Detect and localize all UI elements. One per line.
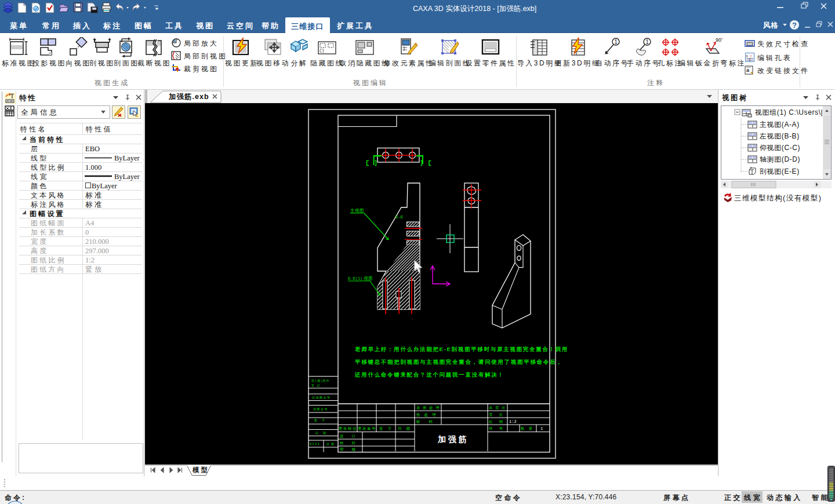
svg-text:图纸方向: 图纸方向 (31, 265, 66, 273)
svg-text:借(通)用件: 借(通)用件 (311, 379, 330, 383)
svg-text:90°: 90° (716, 37, 723, 43)
svg-text:数量: 数量 (520, 426, 536, 430)
svg-text:1: 1 (645, 39, 649, 45)
svg-text:签字: 签字 (314, 418, 329, 422)
svg-text:竖放: 竖放 (85, 265, 104, 273)
svg-text:热处理: 热处理 (416, 412, 440, 417)
svg-text:a: a (746, 67, 751, 73)
svg-text:图纸比例: 图纸比例 (31, 256, 66, 264)
svg-text:线型比例: 线型比例 (31, 163, 66, 171)
svg-text:A233: A233 (310, 442, 320, 445)
svg-text:表面处理: 表面处理 (416, 406, 442, 410)
svg-text:宽度: 宽度 (31, 238, 48, 246)
svg-text:日期: 日期 (398, 426, 415, 430)
svg-text:共页次: 共页次 (489, 406, 508, 410)
svg-text:加长系数: 加长系数 (31, 228, 66, 236)
svg-text:A4: A4 (85, 219, 95, 227)
svg-text:文本风格: 文本风格 (31, 191, 66, 199)
svg-text:更改单号: 更改单号 (358, 426, 376, 431)
svg-text:图纸幅面: 图纸幅面 (31, 219, 66, 227)
svg-text:视图组(1) C:\Users\|: 视图组(1) C:\Users\| (754, 108, 823, 116)
svg-text:件号: 件号 (489, 426, 509, 430)
svg-text:旧底图总号: 旧底图总号 (312, 396, 331, 400)
svg-text:审核: 审核 (340, 447, 364, 451)
svg-text:ByLayer: ByLayer (114, 173, 140, 181)
svg-text:比例: 比例 (489, 419, 509, 424)
svg-text:主视图: 主视图 (350, 208, 364, 213)
svg-text:A: A (173, 39, 177, 43)
svg-text:轴测图(D-D): 轴测图(D-D) (760, 155, 800, 163)
svg-text:ByLayer: ByLayer (92, 182, 118, 190)
svg-text:日期: 日期 (326, 442, 336, 446)
svg-text:当前特性: 当前特性 (30, 136, 65, 144)
svg-text:材料: 材料 (416, 419, 441, 424)
svg-text:1:2: 1:2 (509, 419, 517, 424)
svg-text:297.000: 297.000 (85, 247, 109, 255)
svg-text:更改标记: 更改标记 (339, 426, 357, 431)
svg-text:210.000: 210.000 (85, 238, 109, 246)
svg-text:校对: 校对 (339, 441, 364, 445)
svg-text:主视图(A-A): 主视图(A-A) (760, 120, 800, 129)
svg-text:线宽: 线宽 (31, 173, 48, 181)
svg-text:标注风格: 标注风格 (31, 200, 66, 209)
svg-text:E-E(1) 视图: E-E(1) 视图 (348, 276, 373, 281)
svg-text:标准: 标准 (85, 191, 104, 199)
svg-text:1: 1 (540, 426, 543, 431)
svg-text:E-E: E-E (395, 214, 404, 220)
svg-text:XY: XY (746, 54, 754, 58)
svg-text:特性值: 特性值 (85, 125, 112, 133)
svg-text:登 记: 登 记 (311, 384, 321, 387)
svg-text:1.000: 1.000 (85, 163, 101, 171)
svg-text:日期: 日期 (315, 431, 331, 435)
svg-text:?: ? (792, 21, 797, 30)
svg-text:底图总号: 底图总号 (313, 407, 328, 411)
svg-text:高度: 高度 (31, 247, 48, 255)
svg-text:页次: 页次 (489, 412, 509, 417)
svg-text:1: 1 (614, 39, 618, 45)
svg-text:线型: 线型 (31, 154, 48, 162)
svg-text:加强筋: 加强筋 (437, 434, 469, 444)
svg-text:左视图(B-B): 左视图(B-B) (759, 132, 800, 140)
svg-text:老师早上好：用什么办法能把E-E剖视图平移时与原主视图完全重: 老师早上好：用什么办法能把E-E剖视图平移时与原主视图完全重合！我用 (354, 346, 568, 352)
svg-text:签字: 签字 (379, 426, 396, 430)
svg-text:1:2: 1:2 (85, 256, 95, 264)
svg-text:0: 0 (85, 228, 89, 236)
svg-text:标准: 标准 (85, 200, 104, 209)
svg-text:平移键总不能把剖视图与主视图完全重合，请问使用了视图平移命令: 平移键总不能把剖视图与主视图完全重合，请问使用了视图平移命令后， (354, 359, 562, 365)
svg-text:ByLayer: ByLayer (114, 154, 140, 162)
svg-text:图幅设置: 图幅设置 (30, 210, 65, 218)
svg-text:特性名: 特性名 (20, 125, 47, 133)
svg-text:层: 层 (31, 145, 39, 153)
svg-text:EBO: EBO (85, 145, 100, 153)
svg-text:还用什么命令键来配合？这个问题我一直没有解决！: 还用什么命令键来配合？这个问题我一直没有解决！ (354, 371, 504, 378)
svg-text:颜色: 颜色 (31, 182, 48, 190)
svg-text:设计: 设计 (340, 434, 364, 438)
svg-text:仰视图(C-C): 仰视图(C-C) (760, 144, 800, 152)
svg-text:剖视图(E-E): 剖视图(E-E) (759, 167, 800, 176)
